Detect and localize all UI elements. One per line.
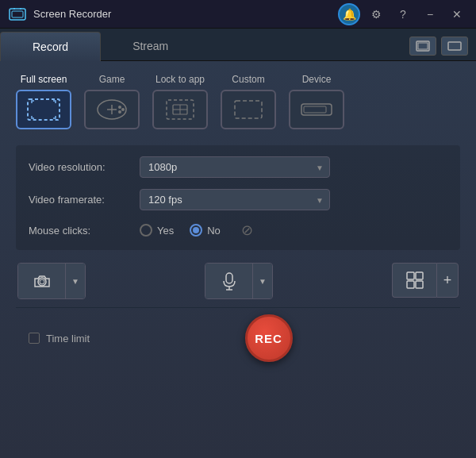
video-resolution-row: Video resolution: 1080p 720p 1440p 4K ▼: [29, 156, 447, 178]
app-title: Screen Recorder: [33, 8, 338, 20]
settings-area: Video resolution: 1080p 720p 1440p 4K ▼ …: [16, 145, 460, 250]
svg-rect-26: [407, 281, 414, 288]
mode-game[interactable]: Game: [84, 74, 140, 129]
mic-dropdown-button[interactable]: ▼: [253, 264, 272, 298]
help-button[interactable]: ?: [392, 5, 414, 24]
window-controls: 🔔 ⚙ ? − ✕: [338, 3, 468, 25]
mode-fullscreen-icon: [16, 90, 71, 129]
mode-fullscreen-label: Full screen: [21, 74, 67, 85]
mic-button[interactable]: [205, 264, 253, 298]
tab-stream[interactable]: Stream: [101, 32, 200, 60]
rec-button[interactable]: REC: [245, 314, 293, 362]
mode-game-icon: [84, 90, 140, 129]
svg-rect-24: [407, 272, 414, 279]
mode-selector: Full screen Game: [16, 74, 460, 129]
svg-point-11: [118, 110, 121, 114]
video-resolution-label: Video resolution:: [29, 161, 132, 173]
mouse-clicks-disabled-icon: ⊘: [241, 221, 253, 239]
mode-custom[interactable]: Custom: [221, 74, 276, 129]
mode-device-label: Device: [302, 74, 332, 85]
mouse-no-option[interactable]: No: [190, 224, 221, 237]
camera-tool-group: ▼: [17, 263, 86, 299]
svg-rect-3: [418, 43, 428, 49]
svg-rect-1: [12, 11, 23, 17]
mode-device-icon: [289, 90, 344, 129]
tab-spacer: [200, 32, 401, 60]
toolbar-spacer1: [94, 263, 197, 299]
toolbar-spacer2: [281, 263, 384, 299]
mouse-yes-radio: [140, 224, 152, 237]
effects-tool-group: +: [392, 263, 459, 299]
close-button[interactable]: ✕: [446, 5, 468, 24]
time-limit-checkbox[interactable]: [29, 333, 40, 344]
time-limit-label: Time limit: [46, 333, 90, 344]
mode-locktoapp[interactable]: Lock to app: [152, 74, 208, 129]
tab-record[interactable]: Record: [0, 32, 101, 61]
titlebar: Screen Recorder 🔔 ⚙ ? − ✕: [0, 0, 476, 29]
mode-locktoapp-label: Lock to app: [155, 74, 205, 85]
mouse-no-label: No: [207, 225, 221, 237]
video-framerate-select[interactable]: 120 fps 30 fps 60 fps: [140, 189, 330, 210]
screen-view-button[interactable]: [441, 37, 468, 56]
mode-custom-label: Custom: [232, 74, 264, 85]
svg-rect-25: [416, 272, 423, 279]
mouse-clicks-options: Yes No ⊘: [140, 221, 253, 239]
svg-point-9: [118, 106, 121, 109]
mode-device[interactable]: Device: [289, 74, 344, 129]
svg-point-20: [40, 279, 44, 284]
svg-rect-18: [304, 106, 326, 113]
svg-rect-17: [301, 104, 332, 115]
window-view-button[interactable]: [409, 37, 436, 56]
content-area: Full screen Game: [0, 61, 476, 458]
tab-actions: [401, 32, 476, 60]
mouse-yes-option[interactable]: Yes: [140, 224, 174, 237]
mouse-no-radio: [190, 224, 202, 237]
mouse-clicks-row: Mouse clicks: Yes No ⊘: [29, 221, 447, 239]
camera-dropdown-button[interactable]: ▼: [66, 264, 85, 298]
mouse-yes-label: Yes: [157, 225, 174, 237]
svg-rect-5: [28, 99, 60, 120]
video-framerate-row: Video framerate: 120 fps 30 fps 60 fps ▼: [29, 189, 447, 210]
camera-button[interactable]: [18, 264, 66, 298]
effects-add-button[interactable]: +: [436, 263, 459, 298]
tabbar: Record Stream: [0, 29, 476, 61]
svg-rect-16: [235, 101, 262, 118]
svg-rect-21: [226, 273, 232, 283]
svg-rect-4: [448, 42, 461, 50]
video-resolution-select-wrapper: 1080p 720p 1440p 4K ▼: [140, 156, 330, 178]
notification-button[interactable]: 🔔: [338, 3, 360, 25]
svg-rect-27: [416, 281, 423, 288]
mode-game-label: Game: [99, 74, 125, 85]
video-framerate-select-wrapper: 120 fps 30 fps 60 fps ▼: [140, 189, 330, 210]
mode-custom-icon: [221, 90, 276, 129]
app-icon: [8, 5, 27, 24]
effects-button[interactable]: [392, 263, 436, 298]
svg-point-10: [121, 108, 125, 111]
main-window: Record Stream Full screen: [0, 29, 476, 458]
mic-tool-group: ▼: [205, 263, 273, 299]
bottom-toolbar: ▼ ▼: [16, 263, 460, 299]
bottom-bar: Time limit REC: [16, 307, 460, 368]
mode-locktoapp-icon: [152, 90, 208, 129]
minimize-button[interactable]: −: [419, 5, 441, 24]
time-limit-area: Time limit: [29, 333, 90, 344]
mouse-clicks-label: Mouse clicks:: [29, 225, 132, 237]
mouse-no-radio-dot: [193, 227, 199, 233]
video-framerate-label: Video framerate:: [29, 194, 132, 206]
settings-button[interactable]: ⚙: [365, 5, 387, 24]
video-resolution-select[interactable]: 1080p 720p 1440p 4K: [140, 156, 330, 178]
mode-fullscreen[interactable]: Full screen: [16, 74, 71, 129]
